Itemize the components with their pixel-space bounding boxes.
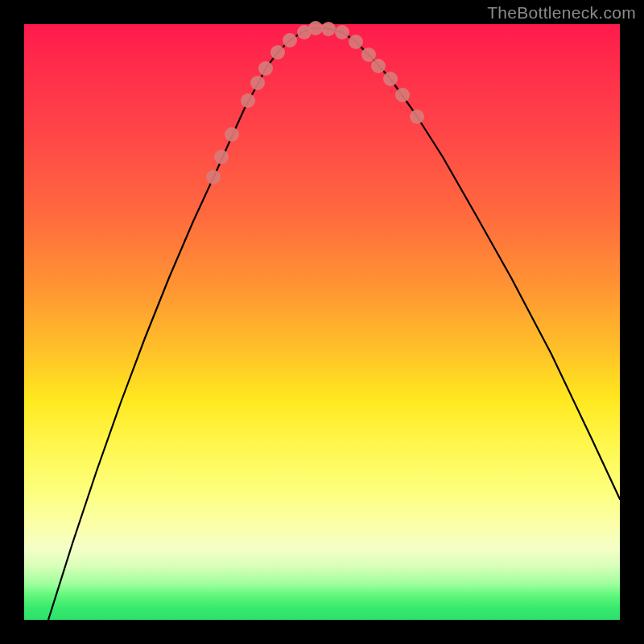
plot-area	[24, 24, 620, 620]
curve-marker	[270, 45, 285, 60]
curve-marker	[410, 109, 424, 124]
curve-marker	[371, 59, 386, 73]
curve-marker	[241, 93, 255, 108]
curve-marker	[258, 61, 273, 76]
chart-frame: TheBottleneck.com	[0, 0, 644, 644]
curve-marker	[283, 33, 297, 47]
curve-marker	[206, 170, 221, 184]
curve-marker	[321, 22, 336, 36]
curve-marker	[214, 150, 229, 164]
curve-marker	[395, 88, 410, 102]
curve-marker	[383, 72, 398, 86]
curve-line	[48, 28, 620, 620]
curve-marker	[308, 21, 323, 35]
bottleneck-curve	[24, 24, 620, 620]
curve-marker	[361, 47, 376, 62]
curve-marker	[335, 25, 349, 39]
curve-marker	[225, 127, 239, 142]
curve-marker	[250, 76, 265, 90]
curve-markers	[206, 21, 424, 184]
watermark-text: TheBottleneck.com	[487, 3, 636, 23]
curve-marker	[349, 35, 363, 49]
